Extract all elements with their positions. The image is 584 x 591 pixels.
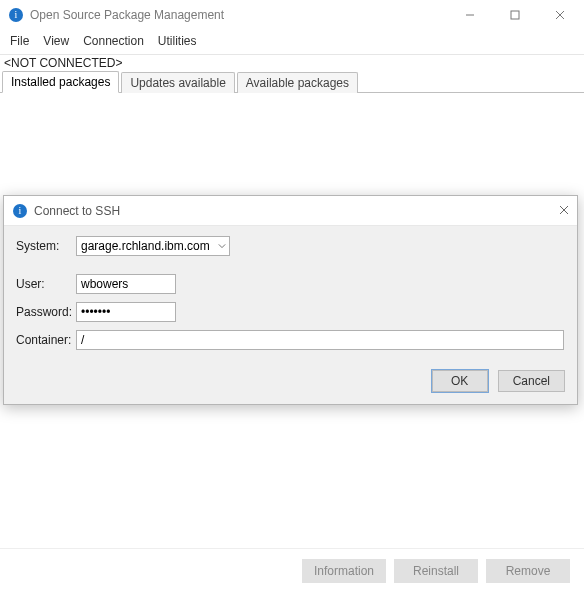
footer: Information Reinstall Remove bbox=[0, 548, 584, 591]
svg-text:i: i bbox=[15, 9, 18, 20]
reinstall-button[interactable]: Reinstall bbox=[394, 559, 478, 583]
connection-status: <NOT CONNECTED> bbox=[0, 55, 584, 71]
info-icon: i bbox=[12, 203, 28, 219]
menu-connection[interactable]: Connection bbox=[77, 32, 150, 50]
remove-button[interactable]: Remove bbox=[486, 559, 570, 583]
dialog-buttons: OK Cancel bbox=[16, 358, 565, 392]
tab-installed-packages[interactable]: Installed packages bbox=[2, 71, 119, 93]
app-icon: i bbox=[8, 7, 24, 23]
system-input[interactable] bbox=[76, 236, 230, 256]
container-label: Container: bbox=[16, 333, 76, 347]
window-title: Open Source Package Management bbox=[30, 8, 447, 22]
ok-button[interactable]: OK bbox=[432, 370, 488, 392]
menubar: File View Connection Utilities bbox=[0, 30, 584, 55]
connect-ssh-dialog: i Connect to SSH System: User: Password: bbox=[3, 195, 578, 405]
svg-rect-3 bbox=[511, 11, 519, 19]
tab-available-packages[interactable]: Available packages bbox=[237, 72, 358, 93]
information-button[interactable]: Information bbox=[302, 559, 386, 583]
container-input[interactable] bbox=[76, 330, 564, 350]
maximize-button[interactable] bbox=[492, 0, 537, 30]
menu-file[interactable]: File bbox=[4, 32, 35, 50]
close-button[interactable] bbox=[537, 0, 582, 30]
user-label: User: bbox=[16, 277, 76, 291]
menu-view[interactable]: View bbox=[37, 32, 75, 50]
dialog-title: Connect to SSH bbox=[34, 204, 533, 218]
system-combo[interactable] bbox=[76, 236, 230, 256]
titlebar: i Open Source Package Management bbox=[0, 0, 584, 30]
dialog-close-button[interactable] bbox=[533, 204, 569, 218]
system-label: System: bbox=[16, 239, 76, 253]
password-input[interactable] bbox=[76, 302, 176, 322]
cancel-button[interactable]: Cancel bbox=[498, 370, 565, 392]
menu-utilities[interactable]: Utilities bbox=[152, 32, 203, 50]
dialog-titlebar: i Connect to SSH bbox=[4, 196, 577, 226]
minimize-button[interactable] bbox=[447, 0, 492, 30]
dialog-body: System: User: Password: Container: OK Ca… bbox=[4, 226, 577, 404]
svg-text:i: i bbox=[19, 205, 22, 216]
user-input[interactable] bbox=[76, 274, 176, 294]
tab-updates-available[interactable]: Updates available bbox=[121, 72, 234, 93]
password-label: Password: bbox=[16, 305, 76, 319]
tabbar: Installed packages Updates available Ava… bbox=[0, 71, 584, 93]
window-controls bbox=[447, 0, 582, 30]
